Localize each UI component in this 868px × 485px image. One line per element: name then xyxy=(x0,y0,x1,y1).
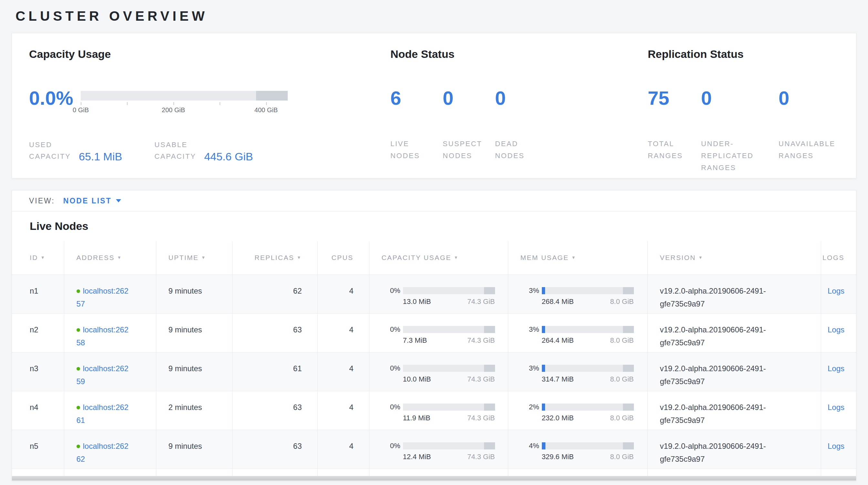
cell-uptime: 9 minutes xyxy=(156,352,232,391)
view-dropdown[interactable]: NODE LIST xyxy=(63,197,121,205)
column-header-capacity[interactable]: CAPACITY USAGE▼ xyxy=(369,241,508,275)
usable-capacity-label: USABLE CAPACITY xyxy=(154,139,197,162)
version-string: v19.2.0-alpha.20190606-2491-gfe735c9a97 xyxy=(660,401,789,427)
usage-bar xyxy=(403,365,495,372)
sort-caret-icon: ▼ xyxy=(117,255,122,260)
axis-tick-label: 200 GiB xyxy=(162,106,185,114)
cell-memory: 3%268.4 MiB8.0 GiB xyxy=(508,275,647,313)
axis-tick xyxy=(81,102,82,105)
table-bottom-shadow xyxy=(12,476,856,481)
version-string: v19.2.0-alpha.20190606-2491-gfe735c9a97 xyxy=(660,440,789,465)
metric-label: LIVE NODES xyxy=(391,138,436,162)
node-address: localhost:26259 xyxy=(76,362,130,388)
metric-value: 0 xyxy=(701,89,779,108)
cell-id: n1 xyxy=(12,275,64,313)
axis-tick-label: 400 GiB xyxy=(254,106,278,114)
cell-logs: Logs xyxy=(821,275,857,313)
memory-usage-values: 232.0 MiB8.0 GiB xyxy=(542,414,634,422)
node-address-link[interactable]: localhost:26257 xyxy=(76,286,128,308)
logs-link[interactable]: Logs xyxy=(828,442,844,450)
metric-under-replicated-ranges: 0UNDER-REPLICATED RANGES xyxy=(701,89,779,174)
table-row: n3localhost:262599 minutes6140%10.0 MiB7… xyxy=(12,352,857,391)
usage-percent: 3% xyxy=(521,326,539,333)
logs-link[interactable]: Logs xyxy=(828,364,844,373)
node-status-metrics: 6LIVE NODES0SUSPECT NODES0DEAD NODES xyxy=(391,89,571,162)
memory-usage-meter: 3%264.4 MiB8.0 GiB xyxy=(521,326,647,345)
node-address-link[interactable]: localhost:26258 xyxy=(76,325,128,347)
column-header-label: LOGS xyxy=(823,254,844,261)
axis-tick xyxy=(220,102,220,105)
metric-value: 0 xyxy=(443,89,488,108)
capacity-usage-top: 0% xyxy=(382,326,508,333)
axis-tick xyxy=(174,102,174,105)
node-live-dot-icon xyxy=(76,367,80,371)
metric-value: 75 xyxy=(648,89,701,108)
column-header-id[interactable]: ID▼ xyxy=(12,241,64,275)
memory-usage-values: 314.7 MiB8.0 GiB xyxy=(542,375,634,383)
metric-label: SUSPECT NODES xyxy=(443,138,488,162)
table-header-row: ID▼ADDRESS▼UPTIME▼REPLICAS▼CPUSCAPACITY … xyxy=(12,241,857,275)
node-address-link[interactable]: localhost:26262 xyxy=(76,442,128,463)
cluster-summary-card: Capacity Usage 0.0% 0 GiB200 GiB400 GiB … xyxy=(11,33,857,178)
view-label: VIEW: xyxy=(29,197,55,205)
sort-caret-icon: ▼ xyxy=(571,255,576,260)
cell-version: v19.2.0-alpha.20190606-2491-gfe735c9a97 xyxy=(647,313,821,352)
live-nodes-heading: Live Nodes xyxy=(12,211,856,241)
node-address-link[interactable]: localhost:26259 xyxy=(76,364,128,386)
cell-cpus: 4 xyxy=(317,352,369,391)
cell-capacity: 0%11.9 MiB74.3 GiB xyxy=(369,391,508,430)
logs-link[interactable]: Logs xyxy=(828,403,844,411)
logs-link[interactable]: Logs xyxy=(828,286,844,295)
metric-value: 0 xyxy=(779,89,859,108)
metric-value: 0 xyxy=(495,89,540,108)
capacity-usage-values: 13.0 MiB74.3 GiB xyxy=(403,297,495,306)
cell-logs: Logs xyxy=(821,313,857,352)
cell-capacity: 0%7.3 MiB74.3 GiB xyxy=(369,313,508,352)
usage-total-value: 74.3 GiB xyxy=(467,453,495,461)
version-string: v19.2.0-alpha.20190606-2491-gfe735c9a97 xyxy=(660,323,789,349)
sort-caret-icon: ▼ xyxy=(699,255,703,260)
cell-address: localhost:26259 xyxy=(64,352,156,391)
column-header-address[interactable]: ADDRESS▼ xyxy=(64,241,156,275)
column-header-logs: LOGS xyxy=(821,241,857,275)
usage-total-value: 8.0 GiB xyxy=(610,375,633,383)
usage-bar-reserved xyxy=(484,365,495,372)
axis-tick xyxy=(127,102,128,105)
replication-status-section: Replication Status 75TOTAL RANGES0UNDER-… xyxy=(648,33,868,178)
cell-capacity: 0%10.0 MiB74.3 GiB xyxy=(369,352,508,391)
cell-replicas: 63 xyxy=(232,391,317,430)
usage-bar xyxy=(542,287,634,294)
usage-bar-reserved xyxy=(484,442,495,450)
logs-link[interactable]: Logs xyxy=(828,325,844,334)
column-header-replicas[interactable]: REPLICAS▼ xyxy=(232,241,317,275)
metric-unavailable-ranges: 0UNAVAILABLE RANGES xyxy=(779,89,859,174)
usage-used-value: 13.0 MiB xyxy=(403,297,431,306)
usage-percent: 0% xyxy=(382,287,400,294)
memory-usage-top: 2% xyxy=(521,403,647,411)
usage-bar xyxy=(542,326,634,333)
cell-address: localhost:26257 xyxy=(64,275,156,313)
sort-caret-icon: ▼ xyxy=(297,255,302,260)
usage-percent: 3% xyxy=(521,365,539,372)
cell-cpus: 4 xyxy=(317,430,369,468)
usage-used-value: 7.3 MiB xyxy=(403,336,427,345)
usage-bar-reserved xyxy=(623,287,634,294)
capacity-usage-meter: 0%11.9 MiB74.3 GiB xyxy=(382,403,508,422)
memory-usage-values: 329.6 MiB8.0 GiB xyxy=(542,453,634,461)
usage-percent: 3% xyxy=(521,287,539,294)
node-address-link[interactable]: localhost:26261 xyxy=(76,403,128,425)
cell-version: v19.2.0-alpha.20190606-2491-gfe735c9a97 xyxy=(647,391,821,430)
column-header-memory[interactable]: MEM USAGE▼ xyxy=(508,241,647,275)
usage-bar xyxy=(403,403,495,411)
usage-percent: 0% xyxy=(382,326,400,333)
cell-id: n2 xyxy=(12,313,64,352)
column-header-version[interactable]: VERSION▼ xyxy=(647,241,821,275)
column-header-uptime[interactable]: UPTIME▼ xyxy=(156,241,232,275)
capacity-usage-meter: 0%10.0 MiB74.3 GiB xyxy=(382,365,508,383)
usage-bar-fill xyxy=(542,403,545,411)
chevron-down-icon xyxy=(116,199,121,202)
capacity-bar-block: 0 GiB200 GiB400 GiB xyxy=(81,91,288,115)
node-live-dot-icon xyxy=(76,328,80,332)
metric-label: UNAVAILABLE RANGES xyxy=(779,138,859,162)
capacity-usage-top: 0% xyxy=(382,403,508,411)
